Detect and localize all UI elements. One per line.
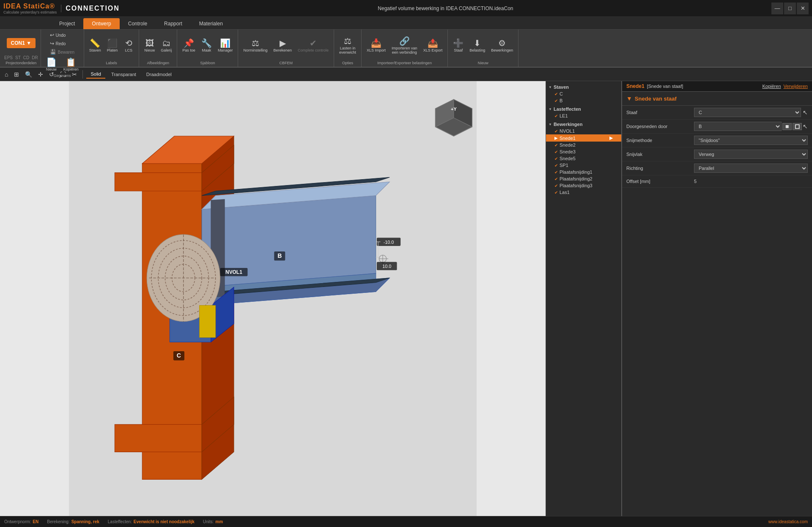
kopieren-props-button[interactable]: Kopiëren — [762, 84, 781, 89]
zoom-fit-button[interactable]: ⊞ — [12, 70, 21, 79]
tree-item-le1[interactable]: ✔ LE1 — [546, 112, 621, 119]
prop-label-richting: Richting — [626, 166, 694, 171]
tree-item-snede1[interactable]: ▶ Snede1 ▶ — [546, 134, 621, 142]
pastoe-button[interactable]: 📌 Pas toe — [180, 38, 198, 54]
bewerkingen-label: Bewerkingen — [554, 122, 582, 127]
bewerkingen-button[interactable]: ⚙ Bewerkingen — [488, 38, 516, 54]
check-snede5-icon: ✔ — [554, 156, 558, 161]
belasting-icon: ⬇ — [474, 39, 481, 47]
tree-item-plaatafsnijding1[interactable]: ✔ Plaatafsnijding1 — [546, 169, 621, 175]
platen-button[interactable]: ⬛ Platen — [104, 38, 121, 54]
con1-button[interactable]: CON1 ▼ — [7, 38, 36, 48]
tab-materialen[interactable]: Materialen — [191, 18, 231, 29]
importeren-label: Importeren vaneen verbinding — [392, 46, 417, 55]
doorgesneden-icon1-button[interactable]: 🔲 — [782, 123, 792, 130]
berekenen-button[interactable]: ▶ Berekenen — [271, 38, 294, 54]
tab-rapport[interactable]: Rapport — [156, 18, 191, 29]
tree-item-las1[interactable]: ✔ Las1 — [546, 189, 621, 196]
maximize-button[interactable]: □ — [784, 3, 796, 14]
prop-label-offset: Offset [mm] — [626, 179, 694, 184]
logo: IDEA StatiCa® Calculate yesterday's esti… — [3, 3, 57, 14]
staven-button[interactable]: 📏 Staven — [87, 38, 104, 54]
check-b-icon: ✔ — [554, 98, 558, 103]
status-val-berekening: Spanning, rek — [71, 519, 99, 524]
tab-ontwerp[interactable]: Ontwerp — [83, 18, 119, 29]
importeren-button[interactable]: 🔗 Importeren vaneen verbinding — [389, 35, 420, 56]
prop-select-richting[interactable]: Parallel — [694, 164, 808, 173]
xls-export-label: XLS Export — [423, 48, 443, 52]
tree-item-snede3[interactable]: ✔ Snede3 — [546, 148, 621, 155]
undo-button[interactable]: ↩ Undo — [48, 31, 76, 39]
status-key-berekening: Berekening: — [47, 519, 69, 524]
view-transparant-button[interactable]: Transparant — [107, 71, 140, 78]
svg-marker-24 — [200, 306, 216, 338]
home-button[interactable]: ⌂ — [3, 70, 10, 79]
tree-item-nvol1[interactable]: ✔ NVOL1 — [546, 128, 621, 134]
tree-item-b-label: B — [560, 98, 562, 103]
prop-select-doorgesneden[interactable]: B — [694, 122, 782, 131]
nieuw-afbeelding-button[interactable]: 🖼 Nieuw — [142, 38, 157, 54]
prop-select-snijvlak[interactable]: Verweg — [694, 150, 808, 159]
zoom-button[interactable]: 🔍 — [23, 70, 34, 79]
svg-text:+Y: +Y — [451, 106, 457, 112]
pan-button[interactable]: ✛ — [36, 70, 45, 79]
prop-select-staaf[interactable]: C — [694, 108, 801, 117]
collapse-section-button[interactable]: ▼ — [626, 95, 632, 102]
props-title: Snede1 — [626, 83, 645, 89]
viewport[interactable]: B C NVOL1 -10.0 10.0 — [0, 81, 546, 516]
tree-item-plaatafsnijding3[interactable]: ✔ Plaatafsnijding3 — [546, 182, 621, 189]
bewaren-icon: 💾 — [50, 49, 56, 55]
tree-header-bewerkingen[interactable]: ▼ Bewerkingen — [546, 121, 621, 128]
xls-export-button[interactable]: 📤 XLS Export — [421, 38, 445, 54]
view-draadmodel-button[interactable]: Draadmodel — [142, 71, 176, 78]
props-breadcrumb: [Snede van staaf] — [647, 84, 683, 89]
tree-item-c[interactable]: ✔ C — [546, 90, 621, 97]
tree-header-staven[interactable]: ▼ Staven — [546, 84, 621, 90]
tree-item-plaatafsnijding2[interactable]: ✔ Plaatafsnijding2 — [546, 175, 621, 182]
tree-group-lasteffecten: ▼ Lasteffecten ✔ LE1 — [546, 105, 621, 120]
galerij-button[interactable]: 🗂 Galerij — [158, 38, 174, 54]
check-le1-icon: ✔ — [554, 114, 558, 118]
view-solid-button[interactable]: Solid — [86, 70, 105, 79]
rotate-button[interactable]: ↺ — [47, 70, 56, 79]
undo-icon: ↩ — [50, 32, 54, 38]
close-button[interactable]: ✕ — [797, 3, 809, 14]
tree-item-sp1[interactable]: ✔ SP1 — [546, 162, 621, 169]
bewaren-button[interactable]: 💾 Bewaren — [48, 48, 76, 56]
belasting-button[interactable]: ⬇ Belasting — [467, 38, 488, 54]
tab-controle[interactable]: Controle — [120, 18, 156, 29]
main-area: B C NVOL1 -10.0 10.0 — [0, 81, 812, 516]
tree-item-b[interactable]: ✔ B — [546, 97, 621, 104]
complete-controle-button: ✔ Complete controle — [295, 38, 331, 54]
norminstelling-button[interactable]: ⚖ Norminstelling — [241, 38, 270, 54]
prop-row-snijmethode: Snijmethode "Snijdoos" — [622, 134, 812, 147]
tree-group-bewerkingen: ▼ Bewerkingen ✔ NVOL1 ▶ Snede1 ▶ ✔ Snede… — [546, 120, 621, 197]
fullscreen-button[interactable]: ⛶ — [58, 70, 68, 79]
clip-button[interactable]: ✂ — [70, 70, 79, 79]
staaf-button[interactable]: ➕ Staaf — [450, 38, 466, 54]
pastoe-icon: 📌 — [184, 39, 194, 47]
berekenen-label: Berekenen — [273, 48, 292, 52]
xls-import-button[interactable]: 📥 XLS Import — [364, 38, 388, 54]
snede1-arrow: ▶ — [609, 135, 613, 141]
tree-header-lasteffecten[interactable]: ▼ Lasteffecten — [546, 106, 621, 112]
prop-select-snijmethode[interactable]: "Snijdoos" — [694, 136, 808, 145]
tab-project[interactable]: Project — [51, 18, 83, 29]
tree-item-plaatafsnijding3-label: Plaatafsnijding3 — [560, 183, 593, 188]
connection-label: CONNECTION — [61, 5, 120, 12]
doorgesneden-icon2-button[interactable]: 🔳 — [793, 123, 802, 130]
redo-button[interactable]: ↪ Redo — [48, 40, 76, 47]
svg-text:NVOL1: NVOL1 — [225, 269, 242, 275]
prop-row-staaf: Staaf C ↖ — [622, 106, 812, 120]
verwijderen-button[interactable]: Verwijderen — [784, 84, 808, 89]
minimize-button[interactable]: — — [771, 3, 783, 14]
prop-row-richting: Richting Parallel — [622, 161, 812, 175]
lcs-button[interactable]: ⟲ LCS — [121, 38, 136, 54]
tree-item-snede5[interactable]: ✔ Snede5 — [546, 155, 621, 162]
staaf-icon: ➕ — [453, 39, 464, 47]
tree-item-snede2-label: Snede2 — [560, 142, 576, 147]
manager-button[interactable]: 📊 Manager — [215, 38, 236, 54]
lasten-button[interactable]: ⚖ Lasten inevenwicht — [337, 35, 359, 56]
maak-button[interactable]: 🔧 Maak — [199, 38, 214, 54]
tree-item-snede2[interactable]: ✔ Snede2 — [546, 142, 621, 148]
